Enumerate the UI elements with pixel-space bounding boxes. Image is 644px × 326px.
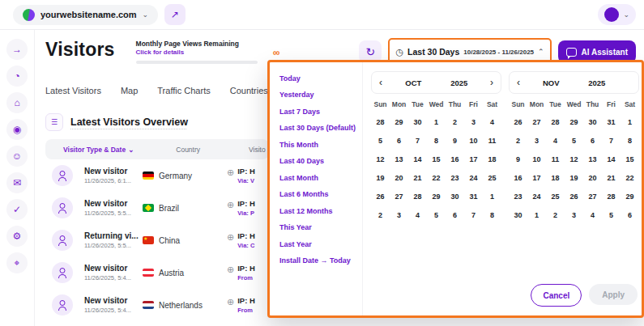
calendar-day[interactable]: 15 [621, 150, 639, 168]
prev-month-icon[interactable]: ‹ [379, 77, 390, 88]
calendar-day[interactable]: 3 [565, 206, 583, 224]
calendar-day[interactable]: 22 [427, 169, 446, 187]
next-month-icon[interactable]: › [482, 77, 493, 88]
calendar-day[interactable]: 1 [427, 113, 446, 131]
apply-button[interactable]: Apply [589, 284, 638, 305]
calendar-day[interactable]: 3 [464, 113, 483, 131]
quota-details-link[interactable]: Click for details [136, 49, 258, 56]
calendar-day[interactable]: 26 [509, 113, 527, 131]
account-menu[interactable]: ⌄ [598, 4, 636, 25]
calendar-day[interactable]: 21 [602, 169, 621, 187]
calendar-day[interactable]: 26 [565, 188, 583, 205]
calendar-day[interactable]: 22 [621, 169, 639, 187]
calendar-day[interactable]: 11 [483, 132, 501, 150]
calendar-day[interactable]: 8 [621, 132, 639, 150]
calendar-day[interactable]: 24 [464, 169, 483, 187]
calendar-day[interactable]: 1 [621, 113, 639, 131]
calendar-day[interactable]: 30 [583, 113, 602, 131]
calendar-day[interactable]: 5 [371, 132, 390, 150]
calendar-day[interactable]: 30 [509, 206, 527, 224]
calendar-day[interactable]: 13 [583, 150, 602, 168]
date-preset-option[interactable]: Last 40 Days [279, 155, 356, 167]
calendar-day[interactable]: 14 [408, 150, 427, 168]
calendar-day[interactable]: 29 [621, 188, 639, 205]
calendar-day[interactable]: 29 [390, 113, 408, 131]
calendar-day[interactable]: 5 [565, 132, 583, 150]
calendar-day[interactable]: 27 [527, 113, 546, 131]
calendar-day[interactable]: 15 [427, 150, 446, 168]
calendar-day[interactable]: 11 [546, 150, 565, 168]
calendar-day[interactable]: 6 [446, 206, 464, 224]
calendar-day[interactable]: 31 [464, 188, 483, 205]
calendar-day[interactable]: 24 [527, 188, 546, 205]
column-visitor-type-date[interactable]: Visitor Type & Date ⌄ [63, 146, 134, 154]
cancel-button[interactable]: Cancel [531, 284, 582, 307]
calendar-day[interactable]: 16 [446, 150, 464, 168]
calendar-day[interactable]: 3 [527, 132, 546, 150]
calendar-day[interactable]: 20 [390, 169, 408, 187]
calendar-day[interactable]: 17 [527, 169, 546, 187]
calendar-day[interactable]: 13 [390, 150, 408, 168]
calendar-day[interactable]: 23 [446, 169, 464, 187]
calendar-day[interactable]: 26 [371, 188, 390, 205]
date-preset-option[interactable]: Last Month [279, 171, 356, 184]
date-preset-option[interactable]: Last 6 Months [279, 188, 356, 201]
calendar-day[interactable]: 4 [408, 206, 427, 224]
date-preset-option[interactable]: Last 7 Days [279, 105, 356, 117]
calendar-day[interactable]: 30 [408, 113, 427, 131]
calendar-day[interactable]: 28 [546, 113, 565, 131]
calendar-day[interactable]: 7 [408, 132, 427, 150]
calendar-day[interactable]: 10 [464, 132, 483, 150]
date-preset-option[interactable]: Today [279, 72, 356, 84]
calendar-day[interactable]: 5 [602, 206, 621, 224]
website-selector[interactable]: yourwebsitename.com ⌄ [13, 5, 158, 25]
calendar-day[interactable]: 27 [583, 188, 602, 205]
calendar-day[interactable]: 1 [483, 188, 501, 205]
tab[interactable]: Latest Visitors [45, 86, 101, 102]
date-preset-option[interactable]: Last Year [279, 238, 356, 250]
calendar-day[interactable]: 6 [621, 206, 639, 224]
calendar-day[interactable]: 2 [446, 113, 464, 131]
calendar-day[interactable]: 18 [483, 150, 501, 168]
calendar-day[interactable]: 4 [483, 113, 501, 131]
date-preset-option[interactable]: Last 12 Months [279, 205, 356, 217]
calendar-day[interactable]: 8 [427, 132, 446, 150]
calendar-day[interactable]: 12 [565, 150, 583, 168]
calendar-day[interactable]: 4 [583, 206, 602, 224]
calendar-day[interactable]: 25 [483, 169, 501, 187]
calendar-day[interactable]: 28 [371, 113, 390, 131]
open-website-button[interactable]: ↗ [164, 4, 186, 25]
prev-month-icon[interactable]: ‹ [517, 77, 528, 88]
calendar-day[interactable]: 2 [371, 206, 390, 224]
calendar-day[interactable]: 7 [464, 206, 483, 224]
date-preset-option[interactable]: Install Date → Today [279, 255, 356, 267]
calendar-day[interactable]: 19 [565, 169, 583, 187]
date-preset-option[interactable]: Yesterday [279, 89, 356, 101]
calendar-day[interactable]: 23 [509, 188, 527, 205]
calendar-day[interactable]: 6 [583, 132, 602, 150]
calendar-day[interactable]: 31 [602, 113, 621, 131]
calendar-day[interactable]: 14 [602, 150, 621, 168]
date-preset-option[interactable]: Last 30 Days (Default) [279, 122, 356, 134]
calendar-day[interactable]: 16 [509, 169, 527, 187]
date-preset-option[interactable]: This Month [279, 138, 356, 150]
calendar-day[interactable]: 21 [408, 169, 427, 187]
calendar-day[interactable]: 9 [509, 150, 527, 168]
calendar-day[interactable]: 3 [390, 206, 408, 224]
date-preset-option[interactable]: This Year [279, 222, 356, 234]
calendar-day[interactable]: 9 [446, 132, 464, 150]
tab[interactable]: Map [121, 86, 138, 102]
calendar-day[interactable]: 28 [602, 188, 621, 205]
calendar-day[interactable]: 25 [546, 188, 565, 205]
tab[interactable]: Traffic Charts [157, 86, 210, 102]
calendar-day[interactable]: 2 [546, 206, 565, 224]
calendar-day[interactable]: 12 [371, 150, 390, 168]
calendar-day[interactable]: 18 [546, 169, 565, 187]
calendar-day[interactable]: 28 [408, 188, 427, 205]
calendar-day[interactable]: 19 [371, 169, 390, 187]
calendar-day[interactable]: 7 [602, 132, 621, 150]
calendar-day[interactable]: 20 [583, 169, 602, 187]
calendar-day[interactable]: 6 [390, 132, 408, 150]
calendar-day[interactable]: 5 [427, 206, 446, 224]
calendar-day[interactable]: 29 [565, 113, 583, 131]
